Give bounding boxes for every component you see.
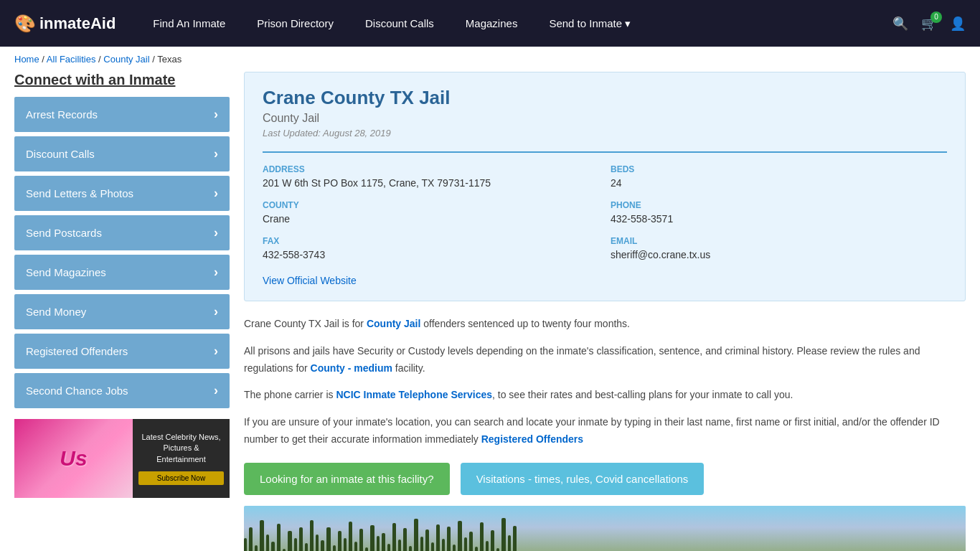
facility-card: Crane County TX Jail County Jail Last Up… — [244, 72, 966, 301]
breadcrumb-home[interactable]: Home — [14, 54, 39, 65]
county-jail-link[interactable]: County Jail — [367, 318, 420, 329]
fax-block: FAX 432-558-3743 — [263, 236, 599, 260]
cart-badge: 0 — [930, 11, 942, 23]
chevron-right-icon: › — [214, 225, 218, 240]
sidebar-label-send-magazines: Send Magazines — [26, 266, 106, 278]
sidebar: Connect with an Inmate Arrest Records › … — [14, 72, 230, 551]
ad-content: Latest Celebrity News, Pictures & Entert… — [133, 419, 230, 498]
user-icon[interactable]: 👤 — [950, 16, 966, 32]
sidebar-title: Connect with an Inmate — [14, 72, 230, 88]
breadcrumb: Home / All Facilities / County Jail / Te… — [0, 47, 980, 72]
address-value: 201 W 6th St PO Box 1175, Crane, TX 7973… — [263, 177, 599, 189]
email-value: sheriff@co.crane.tx.us — [611, 249, 947, 260]
cart-icon[interactable]: 🛒 0 — [921, 16, 937, 32]
visitations-button[interactable]: Visitations - times, rules, Covid cancel… — [461, 463, 705, 495]
sidebar-item-discount-calls[interactable]: Discount Calls › — [14, 136, 230, 171]
chevron-right-icon: › — [214, 344, 218, 359]
facility-name: Crane County TX Jail — [263, 87, 947, 109]
sidebar-item-send-letters[interactable]: Send Letters & Photos › — [14, 176, 230, 211]
description-p1: Crane County TX Jail is for County Jail … — [244, 316, 966, 333]
header-icons: 🔍 🛒 0 👤 — [892, 16, 966, 32]
ad-subscribe-button[interactable]: Subscribe Now — [138, 471, 224, 485]
nav-prison-directory[interactable]: Prison Directory — [241, 3, 349, 44]
county-value: Crane — [263, 213, 599, 225]
chevron-right-icon: › — [214, 265, 218, 280]
search-icon[interactable]: 🔍 — [892, 16, 908, 32]
description-p3: The phone carrier is NCIC Inmate Telepho… — [244, 387, 966, 404]
sidebar-item-arrest-records[interactable]: Arrest Records › — [14, 97, 230, 132]
county-block: COUNTY Crane — [263, 200, 599, 225]
sidebar-label-arrest-records: Arrest Records — [26, 108, 98, 121]
sidebar-item-send-money[interactable]: Send Money › — [14, 294, 230, 329]
logo-text: inmateAid — [39, 14, 116, 33]
phone-label: PHONE — [611, 200, 947, 210]
sidebar-item-second-chance-jobs[interactable]: Second Chance Jobs › — [14, 373, 230, 408]
info-panel: Crane County TX Jail County Jail Last Up… — [244, 72, 966, 551]
trees-decoration — [244, 534, 966, 551]
beds-block: BEDS 24 — [611, 164, 947, 189]
sidebar-label-send-letters: Send Letters & Photos — [26, 187, 133, 199]
ad-brand-logo: Us — [14, 419, 133, 498]
nav-find-inmate[interactable]: Find An Inmate — [137, 3, 241, 44]
fax-value: 432-558-3743 — [263, 249, 599, 260]
fax-label: FAX — [263, 236, 599, 246]
facility-photo — [244, 506, 966, 551]
county-label: COUNTY — [263, 200, 599, 210]
breadcrumb-county-jail[interactable]: County Jail — [103, 54, 149, 65]
address-label: ADDRESS — [263, 164, 599, 174]
ad-tagline: Latest Celebrity News, Pictures & Entert… — [138, 432, 224, 465]
description-p2: All prisons and jails have Security or C… — [244, 343, 966, 377]
description-p4: If you are unsure of your inmate's locat… — [244, 414, 966, 448]
main-header: 🎨 inmateAid Find An Inmate Prison Direct… — [0, 0, 980, 47]
registered-offenders-link[interactable]: Registered Offenders — [481, 433, 583, 445]
logo-icon: 🎨 — [14, 14, 36, 34]
address-block: ADDRESS 201 W 6th St PO Box 1175, Crane,… — [263, 164, 599, 189]
email-label: EMAIL — [611, 236, 947, 246]
sidebar-item-send-magazines[interactable]: Send Magazines › — [14, 255, 230, 290]
chevron-right-icon: › — [214, 304, 218, 319]
breadcrumb-state: Texas — [157, 54, 182, 65]
main-content: Connect with an Inmate Arrest Records › … — [0, 72, 980, 551]
county-medium-link[interactable]: County - medium — [311, 362, 392, 374]
breadcrumb-all-facilities[interactable]: All Facilities — [47, 54, 96, 65]
sidebar-label-second-chance-jobs: Second Chance Jobs — [26, 385, 128, 397]
sidebar-label-send-money: Send Money — [26, 306, 86, 318]
chevron-right-icon: › — [214, 107, 218, 122]
cta-buttons: Looking for an inmate at this facility? … — [244, 463, 966, 495]
chevron-right-icon: › — [214, 186, 218, 201]
looking-for-inmate-button[interactable]: Looking for an inmate at this facility? — [244, 463, 450, 495]
sidebar-label-send-postcards: Send Postcards — [26, 227, 102, 239]
advertisement-banner[interactable]: Us Latest Celebrity News, Pictures & Ent… — [14, 419, 230, 498]
main-nav: Find An Inmate Prison Directory Discount… — [137, 3, 871, 44]
chevron-right-icon: › — [214, 146, 218, 161]
nav-magazines[interactable]: Magazines — [450, 3, 534, 44]
beds-label: BEDS — [611, 164, 947, 174]
phone-block: PHONE 432-558-3571 — [611, 200, 947, 225]
nav-send-to-inmate[interactable]: Send to Inmate ▾ — [533, 3, 646, 44]
official-website-link[interactable]: View Official Website — [263, 275, 947, 286]
facility-details-grid: ADDRESS 201 W 6th St PO Box 1175, Crane,… — [263, 151, 947, 286]
sidebar-label-discount-calls: Discount Calls — [26, 148, 95, 160]
ncic-link[interactable]: NCIC Inmate Telephone Services — [336, 389, 492, 400]
chevron-right-icon: › — [214, 383, 218, 398]
logo[interactable]: 🎨 inmateAid — [14, 14, 116, 34]
sidebar-item-send-postcards[interactable]: Send Postcards › — [14, 215, 230, 250]
sidebar-item-registered-offenders[interactable]: Registered Offenders › — [14, 334, 230, 369]
beds-value: 24 — [611, 177, 947, 189]
facility-last-updated: Last Updated: August 28, 2019 — [263, 128, 947, 138]
email-block: EMAIL sheriff@co.crane.tx.us — [611, 236, 947, 260]
sidebar-label-registered-offenders: Registered Offenders — [26, 345, 128, 357]
phone-value: 432-558-3571 — [611, 213, 947, 225]
facility-type: County Jail — [263, 112, 947, 125]
facility-description: Crane County TX Jail is for County Jail … — [244, 316, 966, 448]
nav-discount-calls[interactable]: Discount Calls — [349, 3, 450, 44]
